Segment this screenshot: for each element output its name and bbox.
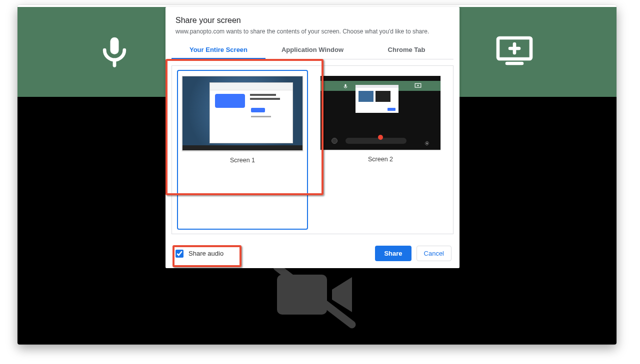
thumb-screen-icon (414, 82, 422, 91)
screen-option-2[interactable]: Screen 2 (316, 71, 445, 229)
tab-chrome-tab[interactable]: Chrome Tab (360, 41, 454, 59)
thumb-mic-icon (342, 82, 348, 91)
share-audio-checkbox[interactable] (176, 250, 184, 258)
screen-1-thumbnail (182, 76, 303, 151)
svg-rect-8 (345, 84, 346, 87)
share-audio-label: Share audio (188, 250, 224, 257)
share-button[interactable]: Share (375, 246, 411, 261)
svg-rect-0 (110, 37, 119, 54)
dialog-footer: Share audio Share Cancel (166, 241, 460, 268)
tabs: Your Entire Screen Application Window Ch… (172, 41, 454, 59)
screens-list: Screen 1 (172, 65, 454, 234)
tab-entire-screen[interactable]: Your Entire Screen (172, 41, 266, 59)
screen-1-label: Screen 1 (178, 157, 307, 164)
dialog-title: Share your screen (166, 7, 460, 27)
dialog-subtitle: www.panopto.com wants to share the conte… (166, 27, 460, 41)
screen-option-1[interactable]: Screen 1 (178, 71, 307, 229)
share-screen-dialog: Share your screen www.panopto.com wants … (166, 7, 460, 268)
screen-2-thumbnail (320, 76, 440, 150)
microphone-icon[interactable] (98, 34, 132, 70)
cancel-button[interactable]: Cancel (416, 246, 452, 261)
tab-application-window[interactable]: Application Window (266, 41, 360, 59)
thumb-gear-icon (424, 139, 430, 144)
muted-video-icon (267, 257, 367, 334)
add-screen-icon[interactable] (495, 34, 534, 70)
app-window: Share your screen www.panopto.com wants … (18, 5, 616, 345)
svg-point-12 (426, 143, 428, 144)
screen-2-label: Screen 2 (316, 156, 445, 163)
svg-rect-6 (277, 275, 327, 315)
